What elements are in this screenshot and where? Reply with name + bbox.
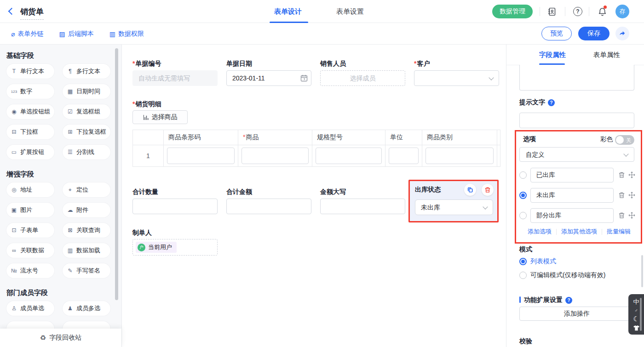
move-option-icon[interactable] bbox=[628, 212, 635, 221]
move-option-icon[interactable] bbox=[628, 171, 635, 180]
tab-form-properties[interactable]: 表单属性 bbox=[593, 51, 620, 59]
field-title-input[interactable] bbox=[519, 65, 634, 91]
form-title[interactable]: 销货单 bbox=[20, 6, 44, 20]
tab-field-properties[interactable]: 字段属性 bbox=[539, 51, 566, 59]
sidebar-item-linked-query[interactable]: ⊠ 关联查询 bbox=[63, 223, 110, 238]
outbound-status-select[interactable]: 未出库 bbox=[415, 199, 493, 215]
page-scrollbar[interactable] bbox=[640, 298, 642, 331]
mode-option[interactable]: 可编辑模式(仅移动端有效) bbox=[519, 271, 605, 279]
option-link-2[interactable]: 批量编辑 bbox=[607, 228, 631, 236]
sidebar-item-multi-line-text[interactable]: ¶ 多行文本 bbox=[63, 64, 110, 79]
language-toggle-icon[interactable]: 中 bbox=[633, 298, 639, 306]
sub-toolbar-link[interactable]: ▥ 数据权限 bbox=[109, 30, 144, 38]
sidebar-item-select[interactable]: ⊟ 下拉框 bbox=[6, 125, 54, 139]
select-icon: ⊟ bbox=[10, 129, 18, 135]
choose-product-button[interactable]: 选择商品 bbox=[132, 110, 188, 124]
save-button[interactable]: 保存 bbox=[578, 27, 610, 40]
selected-field-outbound-status[interactable]: 出库状态 未出库 bbox=[408, 180, 499, 222]
avatar[interactable]: 存 bbox=[615, 5, 629, 18]
sidebar-item-extend-button[interactable]: ▭ 扩展按钮 bbox=[6, 145, 54, 159]
contact-book-icon[interactable] bbox=[546, 6, 557, 17]
serial-number-icon: № bbox=[10, 267, 18, 274]
gender-icon[interactable]: ♂ bbox=[634, 308, 638, 313]
sidebar-item-checkbox-group[interactable]: ☑ 复选框组 bbox=[63, 104, 110, 119]
copy-icon bbox=[467, 187, 473, 193]
sidebar-item-subform[interactable]: ⊡ 子表单 bbox=[6, 223, 54, 238]
customer-select[interactable] bbox=[414, 70, 499, 86]
help-icon[interactable]: ? bbox=[573, 6, 583, 17]
add-operation-button[interactable]: 添加操作 bbox=[519, 307, 634, 321]
delete-option-icon[interactable] bbox=[618, 212, 625, 221]
total-qty-input[interactable] bbox=[132, 199, 218, 214]
mode-option[interactable]: 列表模式 bbox=[519, 257, 556, 266]
option-text-input[interactable] bbox=[530, 208, 614, 223]
back-icon[interactable] bbox=[8, 8, 16, 15]
mode-radio[interactable] bbox=[519, 272, 527, 279]
sidebar-item-member-multi[interactable]: ♟ 成员多选 bbox=[63, 301, 110, 316]
sidebar-scrollbar[interactable] bbox=[115, 48, 118, 300]
creator-field[interactable]: 户 当前用户 bbox=[132, 239, 218, 256]
data-manage-button[interactable]: 数据管理 bbox=[492, 5, 533, 18]
sidebar-item-image[interactable]: ▣ 图片 bbox=[6, 203, 54, 217]
sidebar-item-linked-data[interactable]: ∞ 关联数据 bbox=[6, 243, 54, 258]
move-option-icon[interactable] bbox=[628, 192, 635, 200]
datetime-icon: ▦ bbox=[66, 88, 74, 95]
panel-scrollbar[interactable] bbox=[641, 255, 643, 287]
option-text-input[interactable] bbox=[530, 188, 614, 203]
delete-option-icon[interactable] bbox=[618, 171, 625, 180]
color-toggle[interactable]: 关 bbox=[615, 135, 634, 145]
sidebar-item-divider[interactable]: ☰ 分割线 bbox=[63, 145, 110, 159]
option-link-1[interactable]: 添加其他选项 bbox=[561, 228, 597, 236]
mode-radio[interactable] bbox=[519, 258, 527, 265]
share-button[interactable] bbox=[615, 27, 629, 40]
sidebar-item-member-single[interactable]: ♙ 成员单选 bbox=[6, 301, 54, 316]
order-no-input[interactable] bbox=[132, 70, 218, 86]
option-radio[interactable] bbox=[519, 171, 527, 179]
tab-form-settings[interactable]: 表单设置 bbox=[336, 7, 364, 16]
dark-mode-moon-icon[interactable]: ☾ bbox=[633, 315, 639, 323]
option-radio[interactable] bbox=[519, 192, 527, 199]
sidebar-item-radio-group[interactable]: ◉ 单选按钮组 bbox=[6, 104, 54, 119]
column-header: 单位 bbox=[385, 130, 422, 145]
order-date-input[interactable] bbox=[226, 70, 311, 86]
help-icon[interactable]: ? bbox=[565, 297, 572, 304]
notification-bell-icon[interactable] bbox=[597, 6, 607, 17]
sidebar-item-datetime[interactable]: ▦ 日期时间 bbox=[63, 84, 110, 99]
preview-button[interactable]: 预览 bbox=[541, 27, 572, 40]
option-link-0[interactable]: 添加选项 bbox=[528, 228, 552, 236]
sidebar-item-data-load[interactable]: ▥ 数据加载 bbox=[63, 243, 110, 258]
top-header: 销货单 表单设计 表单设置 数据管理 ? 存 bbox=[0, 0, 644, 23]
detail-cell-input[interactable] bbox=[242, 148, 309, 164]
detail-cell-input[interactable] bbox=[167, 148, 235, 164]
field-label-sales-detail: 销货明细 bbox=[132, 100, 161, 108]
sidebar-item-address[interactable]: ◎ 地址 bbox=[6, 182, 54, 197]
sub-toolbar-link[interactable]: ⌀ 表单外链 bbox=[11, 30, 43, 38]
option-text-input[interactable] bbox=[530, 168, 614, 182]
theme-shirt-icon[interactable] bbox=[633, 325, 640, 331]
sidebar-item-location[interactable]: ⌖ 定位 bbox=[63, 182, 110, 197]
option-radio[interactable] bbox=[519, 212, 527, 219]
sidebar-item-signature[interactable]: ✎ 手写签名 bbox=[63, 263, 110, 278]
copy-field-button[interactable] bbox=[464, 184, 476, 196]
delete-field-button[interactable] bbox=[482, 184, 494, 196]
total-amount-input[interactable] bbox=[226, 199, 311, 214]
tab-form-design[interactable]: 表单设计 bbox=[274, 7, 302, 16]
delete-option-icon[interactable] bbox=[618, 192, 625, 200]
sidebar-item-multi-select[interactable]: ⊞ 下拉复选框 bbox=[63, 125, 110, 139]
detail-cell-input[interactable] bbox=[426, 148, 494, 164]
sub-toolbar-link[interactable]: ▨ 后端脚本 bbox=[59, 30, 93, 38]
detail-cell-input[interactable] bbox=[389, 148, 419, 164]
field-recycle-button[interactable]: ♻ 字段回收站 bbox=[0, 329, 121, 347]
sidebar-item-attachment[interactable]: ☁ 附件 bbox=[63, 203, 110, 217]
sidebar-item-single-line-text[interactable]: T 单行文本 bbox=[6, 64, 54, 79]
help-icon[interactable]: ? bbox=[548, 99, 555, 106]
sidebar-section: 增强字段 ◎ 地址 ⌖ 定位 ▣ 图片 ☁ 附件 ⊡ 子表单 ⊠ 关联查询 ∞ … bbox=[6, 171, 121, 278]
hint-text-input[interactable] bbox=[519, 113, 634, 128]
detail-cell-input[interactable] bbox=[316, 148, 382, 164]
member-multi-icon: ♟ bbox=[66, 305, 74, 312]
option-source-select[interactable]: 自定义 bbox=[519, 147, 634, 162]
amount-words-input[interactable] bbox=[320, 199, 405, 214]
sidebar-item-serial-number[interactable]: № 流水号 bbox=[6, 263, 54, 278]
salesperson-input[interactable] bbox=[320, 70, 405, 86]
sidebar-item-number[interactable]: 123 数字 bbox=[6, 84, 54, 99]
